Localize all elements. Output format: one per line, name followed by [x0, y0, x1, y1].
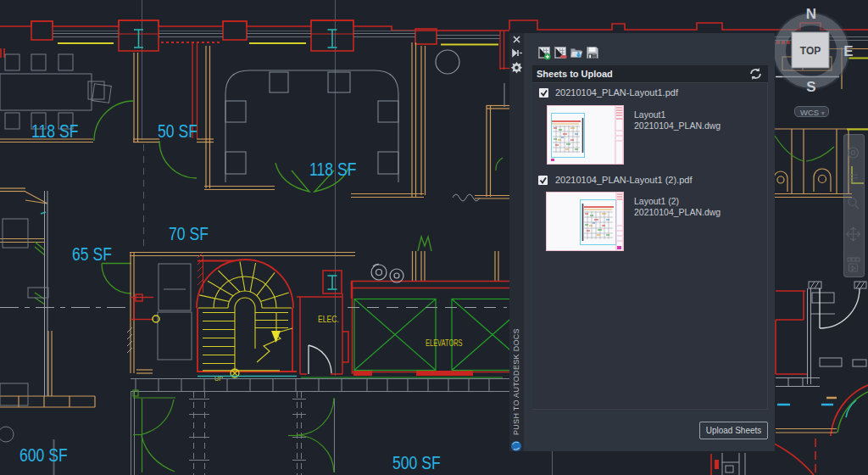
- svg-text:500 SF: 500 SF: [392, 452, 441, 472]
- svg-text:600 SF: 600 SF: [19, 444, 68, 465]
- svg-text:N: N: [806, 7, 816, 22]
- svg-text:70 SF: 70 SF: [169, 223, 209, 243]
- svg-text:118 SF: 118 SF: [31, 120, 78, 141]
- svg-text:ELEC.: ELEC.: [318, 314, 339, 324]
- svg-text:E: E: [843, 43, 853, 59]
- svg-text:65 SF: 65 SF: [72, 243, 112, 264]
- svg-text:S: S: [806, 79, 815, 95]
- svg-text:ELEVATORS: ELEVATORS: [426, 337, 463, 348]
- svg-text:TOP: TOP: [800, 45, 821, 57]
- svg-text:118 SF: 118 SF: [309, 159, 356, 179]
- svg-text:50 SF: 50 SF: [158, 120, 198, 141]
